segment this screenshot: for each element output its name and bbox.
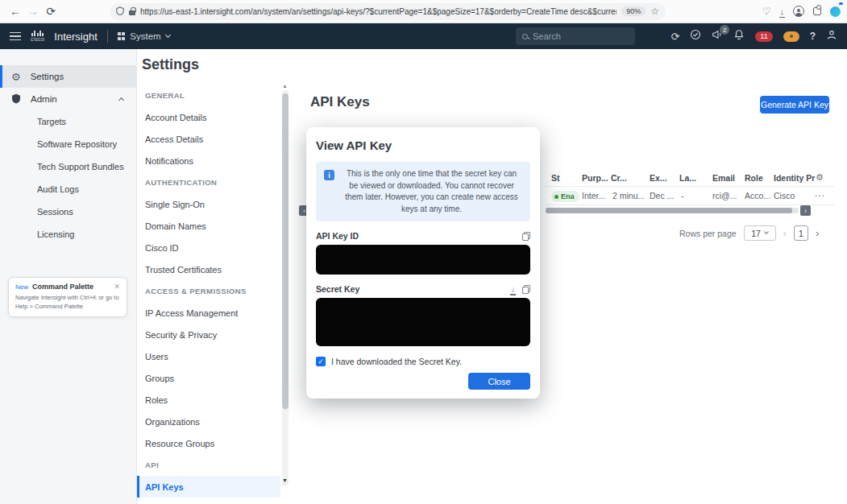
sidebar-item-tech-support-bundles[interactable]: Tech Support Bundles <box>0 155 136 178</box>
sidebar-item-admin[interactable]: Admin <box>0 88 136 110</box>
settings-nav-item-single-sign-on[interactable]: Single Sign-On <box>137 193 280 215</box>
cell-last-used: - <box>681 191 684 200</box>
close-icon[interactable]: ✕ <box>114 283 120 291</box>
chevron-up-icon <box>118 97 124 103</box>
settings-nav-item-access-details[interactable]: Access Details <box>137 128 280 150</box>
browser-essentials-icon[interactable]: ♡ <box>762 6 771 17</box>
table-settings-icon[interactable]: ⚙ <box>816 172 824 183</box>
service-grid-icon <box>118 32 126 40</box>
column-header-purpose[interactable]: Purp... <box>582 173 608 183</box>
column-header-created[interactable]: Cr... <box>611 173 627 183</box>
settings-nav-item-organizations[interactable]: Organizations <box>137 411 280 432</box>
settings-nav-item-trusted-certificates[interactable]: Trusted Certificates <box>137 258 280 280</box>
sidebar: ⚙ Settings Admin Targets Software Reposi… <box>0 49 137 504</box>
warning-alarms-badge[interactable] <box>783 31 799 42</box>
close-button[interactable]: Close <box>468 373 530 390</box>
settings-nav-item-account-details[interactable]: Account Details <box>137 106 280 128</box>
lock-icon[interactable] <box>129 10 135 15</box>
settings-nav-item-groups[interactable]: Groups <box>137 367 280 389</box>
status-dot-icon <box>554 195 558 199</box>
info-icon: i <box>324 170 334 180</box>
table-scroll-right-button[interactable]: › <box>800 205 811 216</box>
generate-api-key-button[interactable]: Generate API Key <box>760 96 829 114</box>
settings-section-general: GENERAL <box>137 85 280 106</box>
settings-section-access-permissions: ACCESS & PERMISSIONS <box>137 280 280 302</box>
downloads-icon[interactable]: ↓ <box>780 7 785 15</box>
column-header-status[interactable]: St <box>551 173 560 183</box>
sidebar-item-settings[interactable]: ⚙ Settings <box>0 65 136 88</box>
column-header-expires[interactable]: Ex... <box>650 173 667 183</box>
settings-nav: GENERAL Account Details Access Details N… <box>137 85 280 498</box>
menu-hamburger-icon[interactable] <box>10 32 21 41</box>
global-search[interactable] <box>516 27 635 45</box>
settings-nav-item-ip-access-management[interactable]: IP Access Management <box>137 302 280 324</box>
info-banner-text: This is the only one time that the secre… <box>341 168 522 215</box>
notifications-bell-icon[interactable] <box>733 29 745 43</box>
refresh-icon[interactable]: ⟳ <box>671 31 679 43</box>
settings-nav-item-domain-names[interactable]: Domain Names <box>137 215 280 237</box>
browser-url-bar[interactable]: https://us-east-1.intersight.com/an/syst… <box>110 3 666 20</box>
sidebar-item-audit-logs[interactable]: Audit Logs <box>0 178 136 200</box>
next-page-icon[interactable]: › <box>816 227 819 239</box>
header-divider <box>107 30 108 43</box>
cell-created: 2 minu... <box>612 191 645 200</box>
sidebar-item-software-repository[interactable]: Software Repository <box>0 133 136 155</box>
copilot-icon[interactable] <box>830 6 841 17</box>
sidebar-item-licensing[interactable]: Licensing <box>0 223 136 246</box>
settings-nav-item-roles[interactable]: Roles <box>137 389 280 411</box>
copy-icon[interactable] <box>522 232 530 241</box>
browser-back-icon[interactable]: ← <box>6 5 24 18</box>
copy-icon[interactable] <box>522 285 530 294</box>
download-icon[interactable]: ↓ <box>511 286 515 293</box>
command-palette-title: Command Palette <box>32 283 93 291</box>
search-input[interactable] <box>533 31 629 41</box>
settings-nav-item-users[interactable]: Users <box>137 345 280 367</box>
user-account-icon[interactable] <box>826 29 837 43</box>
sidebar-item-label: Admin <box>31 94 57 104</box>
chevron-down-icon <box>764 229 769 234</box>
rows-per-page-select[interactable]: 17 <box>744 225 776 241</box>
scroll-down-icon[interactable]: ▼ <box>282 477 288 483</box>
column-header-identity-provider[interactable]: Identity Pr <box>774 173 815 183</box>
cell-identity-provider: Cisco <box>774 191 795 200</box>
critical-alarms-badge[interactable]: 11 <box>755 31 772 42</box>
previous-page-icon[interactable]: ‹ <box>783 227 787 239</box>
gear-icon: ⚙ <box>11 72 21 82</box>
new-badge: New <box>15 283 28 291</box>
service-selector[interactable]: System <box>118 31 170 41</box>
subnav-scrollbar-thumb[interactable] <box>282 93 289 409</box>
settings-nav-item-api-keys[interactable]: API Keys <box>137 476 280 498</box>
settings-nav-item-security-privacy[interactable]: Security & Privacy <box>137 324 280 345</box>
announcements-icon[interactable]: 2 <box>712 29 723 43</box>
current-page-button[interactable]: 1 <box>794 225 808 241</box>
row-actions-ellipsis[interactable]: ... <box>815 188 825 199</box>
favorite-star-icon[interactable]: ☆ <box>650 6 659 17</box>
browser-profile-icon[interactable] <box>793 6 804 17</box>
settings-nav-item-cisco-id[interactable]: Cisco ID <box>137 237 280 258</box>
view-api-key-modal: View API Key i This is the only one time… <box>306 127 540 399</box>
column-header-role[interactable]: Role <box>745 173 763 183</box>
downloaded-secret-key-checkbox[interactable]: ✓ <box>316 357 326 366</box>
command-palette-card: New Command Palette ✕ Navigate Intersigh… <box>8 277 127 317</box>
subnav-scrollbar[interactable] <box>282 90 289 486</box>
brand-name: Intersight <box>54 31 97 43</box>
sidebar-item-label: Tech Support Bundles <box>37 162 124 171</box>
help-icon[interactable]: ? <box>810 31 816 42</box>
secret-key-value-redacted <box>316 298 530 346</box>
extensions-puzzle-icon[interactable] <box>813 7 821 15</box>
settings-nav-item-resource-groups[interactable]: Resource Groups <box>137 432 280 454</box>
settings-nav-item-notifications[interactable]: Notifications <box>137 150 280 171</box>
tasks-check-icon[interactable] <box>690 29 701 43</box>
scroll-up-icon[interactable]: ▲ <box>282 83 288 89</box>
table-horizontal-scrollbar-thumb[interactable] <box>546 208 792 213</box>
column-header-email[interactable]: Email <box>712 173 735 183</box>
settings-section-api: API <box>137 454 280 476</box>
tracking-prevention-shield-icon[interactable] <box>116 4 124 19</box>
url-text[interactable]: https://us-east-1.intersight.com/an/syst… <box>140 7 617 16</box>
column-header-last-used[interactable]: La... <box>679 173 696 183</box>
browser-refresh-icon[interactable]: ⟳ <box>42 5 60 18</box>
browser-forward-icon[interactable]: → <box>24 5 42 18</box>
sidebar-item-targets[interactable]: Targets <box>0 110 136 133</box>
zoom-level-badge[interactable]: 90% <box>621 6 646 16</box>
sidebar-item-sessions[interactable]: Sessions <box>0 200 136 223</box>
